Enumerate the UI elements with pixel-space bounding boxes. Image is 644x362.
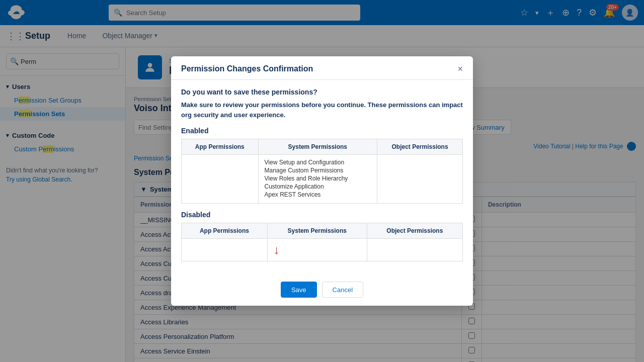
- modal-footer: Save Cancel: [171, 277, 473, 306]
- enabled-label: Enabled: [181, 127, 463, 135]
- enabled-app-perm-header: App Permissions: [182, 139, 259, 155]
- modal-cancel-button[interactable]: Cancel: [322, 282, 363, 298]
- disabled-obj-perm-header: Object Permissions: [367, 223, 462, 239]
- modal-header: Permission Changes Confirmation ×: [171, 56, 473, 80]
- disabled-app-perm-cell: [182, 239, 268, 261]
- disabled-label: Disabled: [181, 211, 463, 219]
- modal-body: Do you want to save these permissions? M…: [171, 80, 473, 277]
- disabled-sys-perm-cell: ↓: [267, 239, 367, 261]
- modal-question: Do you want to save these permissions?: [181, 88, 463, 96]
- modal-warning: Make sure to review your permissions bef…: [181, 100, 463, 120]
- modal-title: Permission Changes Confirmation: [181, 64, 313, 73]
- list-item: View Roles and Role Hierarchy: [265, 175, 371, 182]
- enabled-permissions-row: View Setup and ConfigurationManage Custo…: [182, 155, 463, 204]
- enabled-sys-perm-cell: View Setup and ConfigurationManage Custo…: [258, 155, 377, 204]
- disabled-sys-perm-header: System Permissions: [267, 223, 367, 239]
- list-item: Customize Application: [265, 183, 371, 190]
- enabled-obj-perm-header: Object Permissions: [377, 139, 463, 155]
- disabled-obj-perm-cell: [367, 239, 462, 261]
- disabled-permissions-row: ↓: [182, 239, 463, 261]
- disabled-app-perm-header: App Permissions: [182, 223, 268, 239]
- disabled-permissions-table: App Permissions System Permissions Objec…: [181, 223, 463, 261]
- list-item: Manage Custom Permissions: [265, 167, 371, 174]
- permission-changes-modal: Permission Changes Confirmation × Do you…: [171, 56, 473, 306]
- modal-overlay: Permission Changes Confirmation × Do you…: [0, 0, 644, 362]
- list-item: View Setup and Configuration: [265, 159, 371, 166]
- list-item: Apex REST Services: [265, 191, 371, 198]
- enabled-obj-perm-cell: [377, 155, 463, 204]
- enabled-app-perm-cell: [182, 155, 259, 204]
- arrow-indicator: ↓: [274, 243, 280, 257]
- enabled-permissions-table: App Permissions System Permissions Objec…: [181, 139, 463, 204]
- modal-save-button[interactable]: Save: [281, 282, 317, 298]
- modal-close-button[interactable]: ×: [457, 64, 463, 73]
- enabled-sys-perm-header: System Permissions: [258, 139, 377, 155]
